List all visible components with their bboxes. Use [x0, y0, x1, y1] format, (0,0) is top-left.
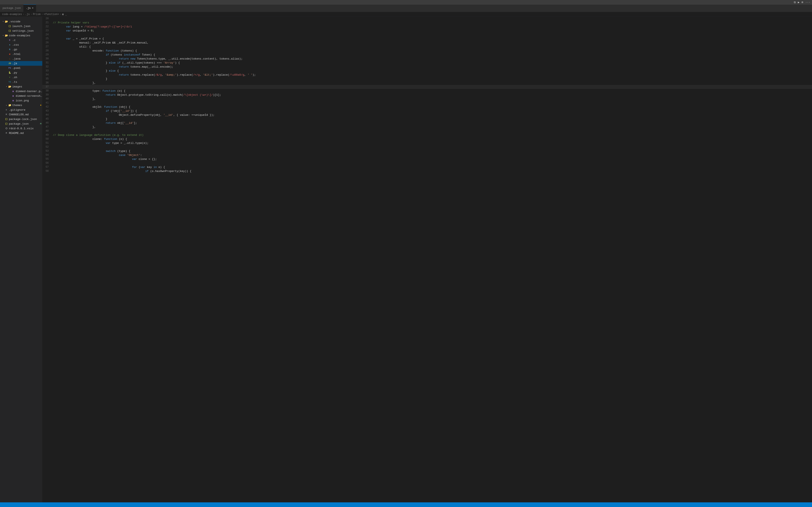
sidebar-item-label-file-ts: .ts	[12, 80, 42, 83]
more-icon[interactable]: ···	[805, 1, 810, 4]
sidebar-item-package-lock[interactable]: {}package-lock.json	[0, 117, 42, 121]
breadcrumb-part-3[interactable]: Prism	[33, 13, 41, 16]
sidebar-item-vscode[interactable]: ▾📂.vscode	[0, 19, 42, 24]
line-number: 52	[42, 145, 52, 149]
play-icon[interactable]: ▶	[798, 1, 800, 4]
code-line-36: 36 },	[42, 81, 812, 85]
code-line-37: 37	[42, 85, 812, 89]
code-view[interactable]: 2021// Private helper vars22 var lang = …	[42, 17, 812, 502]
sidebar-item-file-java[interactable]: ♨.java	[0, 56, 42, 61]
sidebar-item-rdcd-vsix[interactable]: ⬡rdcd-0.0.1.vsix	[0, 126, 42, 131]
chevron-icon: ▾	[2, 34, 5, 37]
sidebar-item-file-ts[interactable]: TS.ts	[0, 80, 42, 84]
line-number: 57	[42, 165, 52, 169]
line-content	[52, 145, 812, 149]
line-number: 58	[42, 169, 52, 173]
code-line-52: 52	[42, 145, 812, 149]
code-line-56: 56	[42, 161, 812, 165]
sh-file-icon: ⚡	[8, 76, 11, 79]
sidebar-item-label-dimmed-screenshot: dimmed-screenshot.png	[16, 95, 42, 98]
split-editor-icon[interactable]: ⧉	[794, 1, 796, 4]
sidebar-item-label-file-psm1: .psm1	[12, 66, 42, 70]
code-line-31: 31 } else if (_.util.type(tokens) === 'A…	[42, 61, 812, 65]
img-file-icon: ▣	[11, 94, 15, 98]
sidebar-item-file-js[interactable]: JS.js	[0, 61, 42, 66]
layout-icon[interactable]: ⊞	[802, 1, 803, 4]
sidebar-item-dimmed-screenshot[interactable]: ▣dimmed-screenshot.png	[0, 94, 42, 98]
sidebar-item-file-py[interactable]: 🐍.py	[0, 70, 42, 75]
tab-js[interactable]: .js ×	[23, 4, 36, 12]
folder-icon: 📂	[8, 85, 11, 88]
sidebar-item-file-sh[interactable]: ⚡.sh	[0, 75, 42, 80]
titlebar-actions: ⧉ ▶ ⊞ ···	[794, 1, 810, 4]
sidebar-item-file-psm1[interactable]: PS.psm1	[0, 66, 42, 70]
sidebar-item-package-json[interactable]: {}package.jsonM	[0, 121, 42, 126]
line-content: } else {	[52, 69, 812, 73]
line-content: return tokens.map(_.util.encode);	[52, 65, 812, 69]
json-file-icon: {}	[5, 122, 8, 125]
tab-js-close[interactable]: ×	[32, 7, 34, 10]
line-content: var clone = {};	[52, 157, 812, 161]
code-line-33: 33 } else {	[42, 69, 812, 73]
line-number: 23	[42, 29, 52, 33]
sidebar-item-readme[interactable]: MREADME.md	[0, 131, 42, 135]
line-content: return new Token(tokens.type, _.util.enc…	[52, 57, 812, 61]
code-line-50: 50 clone: function (o) {	[42, 137, 812, 141]
sidebar-item-themes[interactable]: ▸📁themes●	[0, 103, 42, 108]
code-line-45: 45 }	[42, 117, 812, 121]
line-content: // Private helper vars	[52, 21, 812, 25]
code-line-20: 20	[42, 17, 812, 21]
sidebar-item-icon-png[interactable]: ▣icon.png	[0, 98, 42, 103]
sidebar-item-label-file-sh: .sh	[12, 76, 42, 79]
line-content: } else if (_.util.type(tokens) === 'Arra…	[52, 61, 812, 65]
line-content: var type = _.util.type(o);	[52, 141, 812, 145]
line-number: 22	[42, 25, 52, 29]
sidebar-item-code-examples[interactable]: ▾📂code-examples	[0, 33, 42, 38]
line-number: 51	[42, 141, 52, 145]
code-line-26: 26 manual: _self.Prism && _self.Prism.ma…	[42, 41, 812, 45]
code-line-57: 57 for (var key in o) {	[42, 165, 812, 169]
sidebar-item-label-file-css: .css	[12, 43, 42, 47]
code-line-46: 46 return obj['__id'];	[42, 121, 812, 125]
sidebar-item-file-css[interactable]: ◈.css	[0, 43, 42, 47]
md-file-icon: M	[5, 113, 8, 116]
line-number: 55	[42, 157, 52, 161]
tab-package-json[interactable]: package.json	[0, 4, 23, 12]
line-content: if (tokens instanceof Token) {	[52, 53, 812, 57]
breadcrumb-part-4[interactable]: <function>	[44, 13, 59, 16]
breadcrumb-part-2[interactable]: .js	[25, 13, 30, 16]
ts-file-icon: TS	[8, 80, 11, 83]
sidebar-item-gitignore[interactable]: ⊙.gitignore	[0, 108, 42, 112]
go-file-icon: G	[8, 48, 11, 51]
sidebar-item-label-rdcd-vsix: rdcd-0.0.1.vsix	[9, 127, 42, 130]
breadcrumb-part-5[interactable]: ▣ _	[62, 13, 67, 16]
sidebar-item-file-go[interactable]: G.go	[0, 47, 42, 52]
breadcrumb-part-1[interactable]: code-examples	[2, 13, 22, 16]
line-content: var lang = /\blang(?:uage)?-([\w+]+)\b/i	[52, 25, 812, 29]
sidebar-item-file-c[interactable]: C.c	[0, 38, 42, 43]
line-number: 37	[42, 85, 52, 89]
line-number: 49	[42, 133, 52, 137]
line-content	[52, 129, 812, 133]
code-line-42: 42 objId: function (obj) {	[42, 105, 812, 109]
sidebar-item-file-html[interactable]: ◉.html	[0, 52, 42, 56]
sidebar-item-label-file-py: .py	[12, 71, 42, 74]
line-content: }	[52, 117, 812, 121]
editor-area: 2021// Private helper vars22 var lang = …	[42, 17, 812, 502]
sidebar-item-settings-json[interactable]: {}settings.json	[0, 29, 42, 33]
line-content: clone: function (o) {	[52, 137, 812, 141]
code-line-27: 27 util: {	[42, 45, 812, 49]
sidebar-item-launch-json[interactable]: {}launch.json	[0, 24, 42, 29]
json-file-icon: {}	[8, 29, 11, 33]
line-number: 33	[42, 69, 52, 73]
sidebar-item-images[interactable]: ▾📂images	[0, 84, 42, 89]
line-content: Object.defineProperty(obj, '__id', { val…	[52, 113, 812, 117]
line-content: util: {	[52, 45, 812, 49]
line-content: },	[52, 125, 812, 129]
breadcrumb-sep-2: ›	[31, 13, 32, 16]
sidebar-item-changelog[interactable]: MCHANGELOG.md	[0, 112, 42, 117]
breadcrumb-sep-4: ›	[60, 13, 61, 16]
line-number: 39	[42, 93, 52, 97]
line-content: },	[52, 97, 812, 101]
sidebar-item-dimmed-banner[interactable]: ▣dimmed-banner.png	[0, 89, 42, 94]
